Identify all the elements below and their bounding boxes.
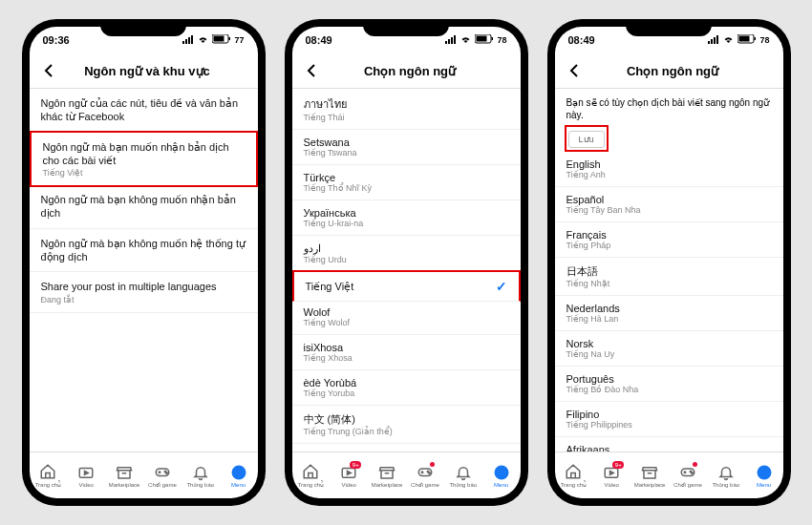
row-title: Ngôn ngữ mà bạn không muốn nhận bản dịch <box>41 193 246 220</box>
save-button[interactable]: Lưu <box>568 131 605 148</box>
language-sub: Tiếng Na Uy <box>566 349 615 359</box>
language-sub: Tiếng Anh <box>566 170 606 179</box>
bottom-nav: Trang chủ9+VideoMarketplaceChơi gameThôn… <box>555 452 783 498</box>
language-row[interactable]: УкраїнськаTiếng U-krai-na <box>292 200 521 236</box>
svg-rect-0 <box>182 41 184 44</box>
phone-3: 08:49 78 Chọn ngôn ngữ Bạn sẽ có tùy chọ… <box>547 19 791 506</box>
language-row[interactable]: FilipinoTiếng Philippines <box>555 402 783 437</box>
nav-game[interactable]: Chơi game <box>143 463 182 488</box>
nav-menu[interactable]: Menu <box>482 464 521 488</box>
nav-label: Marketplace <box>109 482 140 488</box>
notch <box>363 19 449 36</box>
nav-store[interactable]: Marketplace <box>368 464 406 488</box>
nav-video[interactable]: 9+Video <box>330 464 368 488</box>
page-header: Chọn ngôn ngữ <box>292 53 521 89</box>
status-time: 08:49 <box>568 34 595 46</box>
language-row[interactable]: NederlandsTiếng Hà Lan <box>555 296 783 331</box>
nav-label: Thông báo <box>712 482 739 488</box>
home-icon <box>39 463 56 480</box>
notch <box>100 19 186 36</box>
language-row[interactable]: SetswanaTiếng Tswana <box>292 130 521 165</box>
screen: 08:49 78 Chọn ngôn ngữ Bạn sẽ có tùy chọ… <box>555 27 783 498</box>
menu-icon <box>230 464 247 481</box>
nav-game[interactable]: Chơi game <box>406 463 444 488</box>
battery-icon <box>737 34 757 46</box>
nav-store[interactable]: Marketplace <box>105 464 143 488</box>
nav-menu[interactable]: Menu <box>745 464 783 488</box>
video-icon: 9+ <box>603 464 620 481</box>
settings-row[interactable]: Ngôn ngữ mà bạn muốn nhận bản dịch cho c… <box>30 131 258 188</box>
settings-row[interactable]: Share your post in multiple languagesĐan… <box>30 272 258 312</box>
row-title: Ngôn ngữ mà bạn không muốn hệ thống tự đ… <box>41 237 246 264</box>
nav-bell[interactable]: Thông báo <box>444 464 482 488</box>
language-row[interactable]: èdè YorùbáTiếng Yoruba <box>292 370 521 406</box>
language-name: isiXhosa <box>304 342 353 353</box>
header-title: Chọn ngôn ngữ <box>591 64 755 78</box>
language-row[interactable]: isiXhosaTiếng Xhosa <box>292 335 521 370</box>
instruction-text: Bạn sẽ có tùy chọn dịch bài viết sang ng… <box>555 89 783 125</box>
language-sub: Tiếng Hà Lan <box>566 314 620 324</box>
nav-bell[interactable]: Thông báo <box>182 464 220 488</box>
language-row[interactable]: AfrikaansTiếng Afrikaans <box>555 437 783 452</box>
svg-rect-31 <box>739 36 750 42</box>
row-sub: Đang tắt <box>41 295 246 304</box>
nav-bell[interactable]: Thông báo <box>707 464 745 488</box>
nav-label: Video <box>79 482 94 488</box>
back-button[interactable] <box>39 61 58 80</box>
language-row[interactable]: NorskTiếng Na Uy <box>555 331 783 367</box>
language-name: 中文 (简体) <box>304 412 393 427</box>
row-title: Ngôn ngữ của các nút, tiêu đề và văn bản… <box>41 96 246 124</box>
language-row[interactable]: اردوTiếng Urdu <box>292 236 521 272</box>
language-row[interactable]: 日本語Tiếng Nhật <box>555 258 783 296</box>
game-icon <box>679 463 696 480</box>
row-sub: Tiếng Việt <box>43 168 245 178</box>
nav-game[interactable]: Chơi game <box>669 463 707 488</box>
svg-rect-2 <box>188 37 190 44</box>
language-sub: Tiếng Trung (Giản thể) <box>304 427 393 436</box>
language-row[interactable]: 中文 (繁體)Tiếng Trung (Phồn thể) <box>292 444 521 452</box>
nav-store[interactable]: Marketplace <box>630 464 669 488</box>
language-sub: Tiếng Thái <box>304 113 347 122</box>
nav-video[interactable]: 9+Video <box>592 464 630 488</box>
svg-rect-13 <box>445 41 447 44</box>
menu-icon <box>756 464 773 481</box>
language-row[interactable]: Tiếng Việt✓ <box>292 270 521 302</box>
row-title: Share your post in multiple languages <box>41 280 246 293</box>
video-icon: 9+ <box>340 464 357 481</box>
settings-row[interactable]: Ngôn ngữ của các nút, tiêu đề và văn bản… <box>30 89 258 133</box>
settings-row[interactable]: Ngôn ngữ mà bạn không muốn hệ thống tự đ… <box>30 229 258 273</box>
nav-home[interactable]: Trang chủ <box>555 463 593 488</box>
language-row[interactable]: WolofTiếng Wolof <box>292 300 521 335</box>
language-row[interactable]: 中文 (简体)Tiếng Trung (Giản thể) <box>292 406 521 444</box>
language-name: ภาษาไทย <box>304 95 347 113</box>
battery-pct: 77 <box>234 35 244 45</box>
nav-menu[interactable]: Menu <box>220 464 258 488</box>
language-row[interactable]: FrançaisTiếng Pháp <box>555 222 783 258</box>
svg-point-25 <box>499 468 503 472</box>
nav-home[interactable]: Trang chủ <box>30 463 68 488</box>
page-header: Ngôn ngữ và khu vực <box>30 53 258 89</box>
language-row[interactable]: TürkçeTiếng Thổ Nhĩ Kỳ <box>292 165 521 200</box>
store-icon <box>378 464 395 481</box>
back-button[interactable] <box>565 61 584 80</box>
svg-rect-14 <box>448 39 450 44</box>
svg-rect-18 <box>477 36 487 42</box>
language-sub: Tiếng Thổ Nhĩ Kỳ <box>304 183 373 193</box>
nav-label: Trang chủ <box>35 481 61 488</box>
language-row[interactable]: EnglishTiếng Anh <box>555 152 783 187</box>
language-row[interactable]: EspañolTiếng Tây Ban Nha <box>555 187 783 222</box>
bell-icon <box>192 464 209 481</box>
screen: 09:36 77 Ngôn ngữ và khu vực Ngôn ngữ củ… <box>30 27 258 498</box>
status-right: 77 <box>182 34 244 46</box>
language-row[interactable]: PortuguêsTiếng Bồ Đào Nha <box>555 367 783 402</box>
back-button[interactable] <box>302 61 321 80</box>
settings-row[interactable]: Ngôn ngữ mà bạn không muốn nhận bản dịch <box>30 185 258 229</box>
language-row[interactable]: ภาษาไทยTiếng Thái <box>292 89 521 130</box>
battery-icon <box>475 34 494 46</box>
nav-video[interactable]: Video <box>67 464 105 488</box>
nav-home[interactable]: Trang chủ <box>292 463 331 488</box>
svg-rect-19 <box>492 37 494 40</box>
status-time: 08:49 <box>306 34 332 46</box>
notch <box>626 19 712 36</box>
language-name: èdè Yorùbá <box>304 377 357 388</box>
